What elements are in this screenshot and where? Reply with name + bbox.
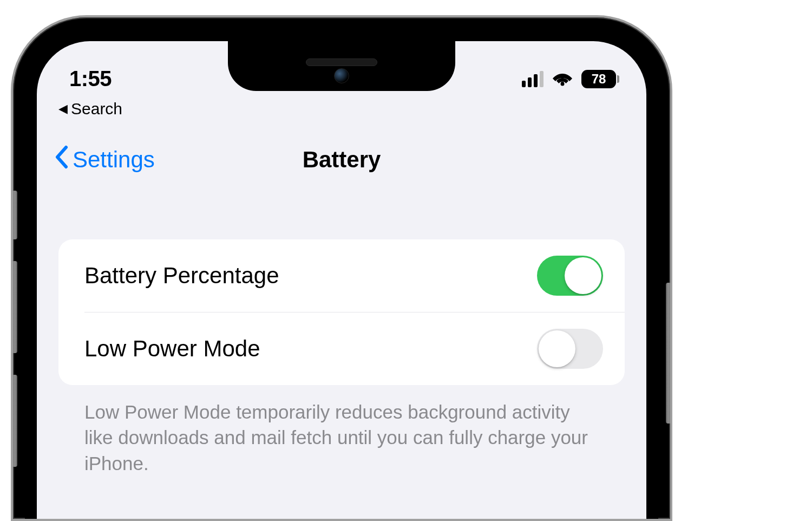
screen: 1:55 <box>37 41 646 519</box>
svg-point-0 <box>561 82 565 86</box>
front-camera <box>334 68 349 83</box>
low-power-mode-row: Low Power Mode <box>58 312 625 385</box>
notch <box>228 41 455 91</box>
volume-up-button[interactable] <box>12 261 17 353</box>
battery-percentage-row: Battery Percentage <box>58 239 625 312</box>
row-label: Low Power Mode <box>84 336 260 362</box>
device-bezel: 1:55 <box>25 29 658 519</box>
wifi-icon <box>551 69 574 89</box>
battery-percentage-toggle[interactable] <box>537 256 603 296</box>
status-time: 1:55 <box>69 67 112 91</box>
breadcrumb-back-icon: ◀ <box>58 102 68 116</box>
battery-indicator: 78 <box>581 70 619 88</box>
power-button[interactable] <box>666 283 671 424</box>
device-frame: 1:55 <box>11 15 672 521</box>
content-area: Battery Percentage Low Power Mode Low Po… <box>37 191 646 476</box>
settings-footer-text: Low Power Mode temporarily reduces backg… <box>58 385 625 476</box>
speaker-grill <box>306 58 377 66</box>
volume-down-button[interactable] <box>12 375 17 467</box>
back-button[interactable]: Settings <box>54 145 155 174</box>
page-title: Battery <box>303 147 381 173</box>
back-button-label: Settings <box>73 147 155 173</box>
breadcrumb-back[interactable]: ◀ Search <box>37 95 646 118</box>
cellular-signal-icon <box>522 71 543 87</box>
row-label: Battery Percentage <box>84 263 279 289</box>
chevron-left-icon <box>54 145 70 174</box>
navigation-bar: Settings Battery <box>37 118 646 191</box>
settings-group: Battery Percentage Low Power Mode <box>58 239 625 385</box>
low-power-mode-toggle[interactable] <box>537 329 603 369</box>
breadcrumb-label: Search <box>71 100 122 118</box>
mute-switch[interactable] <box>12 191 17 239</box>
battery-level-text: 78 <box>581 70 616 88</box>
